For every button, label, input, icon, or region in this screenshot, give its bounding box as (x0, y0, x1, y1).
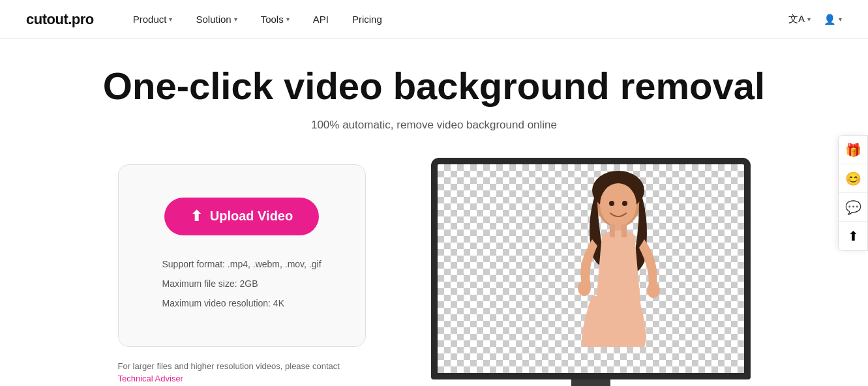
feedback-button[interactable]: 💬 (839, 193, 867, 222)
upload-video-button[interactable]: ⬆ Upload Video (164, 198, 319, 235)
monitor (431, 158, 751, 379)
technical-adviser-link[interactable]: Technical Adviser (118, 374, 183, 383)
nav-item-solution[interactable]: Solution ▾ (196, 14, 237, 25)
monitor-screen (438, 164, 744, 373)
upload-info: Support format: .mp4, .webm, .mov, .gif … (162, 255, 321, 314)
chevron-down-icon: ▾ (839, 16, 842, 23)
svg-rect-6 (610, 224, 615, 237)
logo[interactable]: cutout.pro (26, 11, 94, 28)
hero-title: One-click video background removal (103, 65, 765, 107)
upload-box: ⬆ Upload Video Support format: .mp4, .we… (118, 164, 366, 347)
gift-button[interactable]: 🎁 (839, 136, 867, 164)
svg-rect-7 (621, 224, 627, 237)
nav-item-product[interactable]: Product ▾ (133, 14, 173, 25)
scroll-top-button[interactable]: ⬆ (839, 222, 867, 250)
svg-point-4 (622, 201, 627, 206)
side-panel: 🎁 😊 💬 ⬆ (838, 135, 868, 251)
user-menu[interactable]: 👤 ▾ (824, 14, 842, 25)
upload-section: ⬆ Upload Video Support format: .mp4, .we… (118, 164, 366, 386)
chevron-down-icon: ▾ (169, 16, 172, 23)
chevron-down-icon: ▾ (807, 16, 811, 23)
language-selector[interactable]: 文A ▾ (788, 13, 811, 25)
monitor-container (431, 158, 751, 386)
nav-item-tools[interactable]: Tools ▾ (261, 14, 290, 25)
svg-point-9 (647, 282, 660, 298)
nav-links: Product ▾ Solution ▾ Tools ▾ API Pricing (133, 14, 788, 25)
chevron-down-icon: ▾ (234, 16, 237, 23)
nav-item-api[interactable]: API (313, 14, 329, 25)
main-content: One-click video background removal 100% … (0, 39, 868, 386)
content-row: ⬆ Upload Video Support format: .mp4, .we… (0, 164, 868, 386)
face-button[interactable]: 😊 (839, 164, 867, 193)
nav-item-pricing[interactable]: Pricing (352, 14, 382, 25)
person-figure (540, 164, 710, 373)
nav-right: 文A ▾ 👤 ▾ (788, 13, 842, 25)
navigation: cutout.pro Product ▾ Solution ▾ Tools ▾ … (0, 0, 868, 39)
contact-note: For larger files and higher resolution v… (118, 360, 366, 385)
monitor-neck (571, 379, 610, 386)
svg-point-2 (600, 183, 636, 226)
svg-point-3 (609, 201, 614, 206)
hero-subtitle: 100% automatic, remove video background … (311, 119, 557, 132)
chevron-down-icon: ▾ (286, 16, 290, 23)
svg-point-8 (578, 280, 591, 296)
upload-icon: ⬆ (190, 208, 202, 225)
